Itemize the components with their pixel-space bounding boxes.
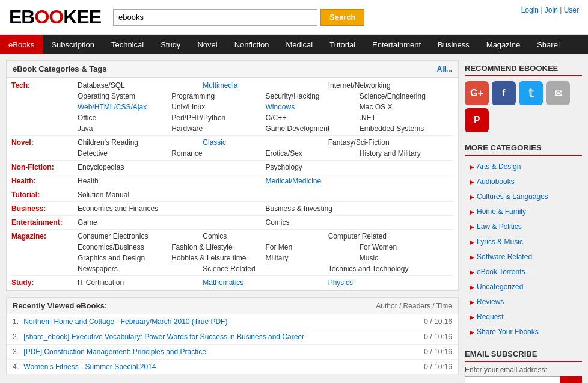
cat-cells-web: Web/HTML/CSS/Ajax Unix/Linux Windows Mac… xyxy=(78,103,453,111)
logo: EBOOKEE xyxy=(9,6,101,28)
header-links: Login | Join | User xyxy=(521,6,579,14)
more-cat-link[interactable]: Law & Politics xyxy=(477,222,522,231)
more-cat-link[interactable]: Home & Family xyxy=(477,207,526,216)
recent-link[interactable]: [share_ebook] Executive Vocabulary: Powe… xyxy=(23,332,304,341)
more-cat-item[interactable]: ▶ eBook Torrents xyxy=(465,265,582,280)
cat-cell: Business & Investing xyxy=(266,204,454,213)
cat-cells-tech: Database/SQL Multimedia Internet/Network… xyxy=(78,81,453,90)
google-plus-icon[interactable]: G+ xyxy=(465,81,489,105)
more-cat-item[interactable]: ▶ Lyrics & Music xyxy=(465,234,582,250)
more-cat-item[interactable]: ▶ Reviews xyxy=(465,295,582,310)
email-subscribe-form: » xyxy=(465,376,582,383)
email-submit-button[interactable]: » xyxy=(560,376,582,383)
email-subscribe-label: Enter your email address: xyxy=(465,366,582,374)
nav-subscription[interactable]: Subscription xyxy=(43,35,103,54)
search-input[interactable] xyxy=(113,9,317,26)
cat-cell: Game xyxy=(78,218,266,227)
nav: eBooks Subscription Technical Study Nove… xyxy=(0,35,588,54)
search-button[interactable]: Search xyxy=(320,9,364,26)
recently-viewed-meta: Author / Readers / Time xyxy=(376,302,452,310)
cat-cell: Military xyxy=(266,254,360,262)
cat-cell: Programming xyxy=(171,92,265,100)
more-cat-link[interactable]: Audiobooks xyxy=(477,177,515,186)
nav-entertainment[interactable]: Entertainment xyxy=(364,35,429,54)
email-icon[interactable]: ✉ xyxy=(546,81,570,105)
nav-ebooks[interactable]: eBooks xyxy=(0,35,43,54)
cat-cells-business: Economics and Finances Business & Invest… xyxy=(78,204,453,213)
cat-label-empty xyxy=(11,124,78,133)
cat-cell: Consumer Electronics xyxy=(78,232,203,241)
cat-row-tutorial: Tutorial: Solution Manual xyxy=(7,189,458,200)
cat-link[interactable]: Mathematics xyxy=(203,278,243,287)
arrow-icon: ▶ xyxy=(470,299,474,305)
cat-cell: Fashion & Lifestyle xyxy=(171,243,265,251)
cat-cell: For Women xyxy=(360,243,453,251)
more-cat-link[interactable]: Uncategorized xyxy=(477,283,523,291)
more-cat-item[interactable]: ▶ Home & Family xyxy=(465,204,582,219)
recent-stat: 0 / 10:16 xyxy=(424,332,452,341)
list-item: 1. Northern Home and Cottage - February/… xyxy=(7,314,458,329)
cat-link[interactable]: Windows xyxy=(266,103,295,111)
more-cat-link[interactable]: Reviews xyxy=(477,298,504,306)
cat-link[interactable]: Multimedia xyxy=(203,81,237,90)
more-cat-link[interactable]: Lyrics & Music xyxy=(477,237,523,246)
cat-label-entertainment: Entertainment: xyxy=(11,218,78,227)
cat-cells-office: Office Perl/PHP/Python C/C++ .NET xyxy=(78,114,453,122)
nav-share[interactable]: Share! xyxy=(528,35,568,54)
nav-study[interactable]: Study xyxy=(152,35,189,54)
cat-link[interactable]: Medical/Medicine xyxy=(266,177,322,185)
more-cat-item[interactable]: ▶ Share Your Ebooks xyxy=(465,325,582,340)
email-subscribe-title: EMAIL SUBSCRIBE xyxy=(465,346,582,362)
recent-stat: 0 / 10:16 xyxy=(424,363,452,371)
more-cat-item[interactable]: ▶ Request xyxy=(465,310,582,325)
more-cat-item[interactable]: ▶ Audiobooks xyxy=(465,174,582,189)
more-cat-item[interactable]: ▶ Law & Politics xyxy=(465,219,582,234)
recent-num: 1. xyxy=(13,317,19,326)
more-cat-link[interactable]: Arts & Design xyxy=(477,162,521,171)
pocket-icon[interactable]: P xyxy=(465,108,489,132)
recently-viewed-box: Recently Viewed eBooks: Author / Readers… xyxy=(6,297,459,375)
categories-all-link[interactable]: All... xyxy=(437,65,452,73)
cat-link[interactable]: Classic xyxy=(203,138,226,147)
more-cat-link[interactable]: eBook Torrents xyxy=(477,268,525,276)
arrow-icon: ▶ xyxy=(470,254,474,260)
more-cat-link[interactable]: Cultures & Languages xyxy=(477,192,548,201)
nav-novel[interactable]: Novel xyxy=(189,35,225,54)
more-categories-list: ▶ Arts & Design ▶ Audiobooks ▶ Cultures … xyxy=(465,159,582,340)
more-cat-item[interactable]: ▶ Cultures & Languages xyxy=(465,189,582,204)
nav-magazine[interactable]: Magazine xyxy=(478,35,528,54)
divider xyxy=(11,160,453,161)
facebook-icon[interactable]: f xyxy=(492,81,516,105)
twitter-icon[interactable]: 𝕥 xyxy=(519,81,543,105)
left-column: eBook Categories & Tags All... Tech: Dat… xyxy=(6,60,459,383)
cat-label-empty xyxy=(11,92,78,100)
more-cat-link[interactable]: Share Your Ebooks xyxy=(477,328,539,336)
cat-row-mag3: Graphics and Design Hobbies & Leisure ti… xyxy=(7,253,458,263)
more-cat-item[interactable]: ▶ Uncategorized xyxy=(465,280,582,295)
more-cat-item[interactable]: ▶ Software Related xyxy=(465,250,582,265)
recent-item-content: 1. Northern Home and Cottage - February/… xyxy=(13,317,227,326)
user-link[interactable]: User xyxy=(564,6,579,14)
nav-technical[interactable]: Technical xyxy=(103,35,152,54)
arrow-icon: ▶ xyxy=(470,239,474,245)
recent-link[interactable]: Women's Fitness - Summer Special 2014 xyxy=(23,363,156,371)
join-link[interactable]: Join xyxy=(545,6,558,14)
cat-link[interactable]: Web/HTML/CSS/Ajax xyxy=(78,103,147,111)
more-cat-link[interactable]: Software Related xyxy=(477,253,532,261)
nav-nonfiction[interactable]: Nonfiction xyxy=(226,35,278,54)
cat-cell: Romance xyxy=(171,149,265,158)
recent-stat: 0 / 10:16 xyxy=(424,317,452,326)
cat-cell: Office xyxy=(78,114,171,122)
nav-medical[interactable]: Medical xyxy=(277,35,321,54)
more-cat-link[interactable]: Request xyxy=(477,313,504,321)
nav-tutorial[interactable]: Tutorial xyxy=(321,35,364,54)
login-link[interactable]: Login xyxy=(521,6,539,14)
nav-business[interactable]: Business xyxy=(429,35,478,54)
more-cat-item[interactable]: ▶ Arts & Design xyxy=(465,159,582,174)
cat-cell: Multimedia xyxy=(203,81,328,90)
recent-link[interactable]: [PDF] Construction Management: Principle… xyxy=(23,348,206,356)
cat-link[interactable]: Physics xyxy=(328,278,353,287)
recent-link[interactable]: Northern Home and Cottage - February/Mar… xyxy=(23,317,227,326)
cat-cell: Encyclopedias xyxy=(78,163,266,171)
cat-row-office: Office Perl/PHP/Python C/C++ .NET xyxy=(7,112,458,123)
